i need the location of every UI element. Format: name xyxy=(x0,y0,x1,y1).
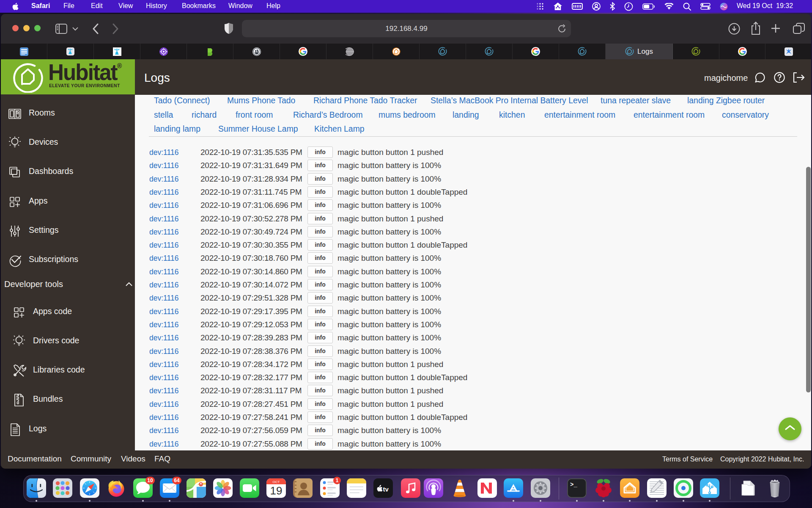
svg-text:tv: tv xyxy=(383,486,389,493)
svg-text:19: 19 xyxy=(270,484,283,497)
svg-text:>_: >_ xyxy=(570,481,577,488)
svg-text:OCT: OCT xyxy=(273,480,280,484)
